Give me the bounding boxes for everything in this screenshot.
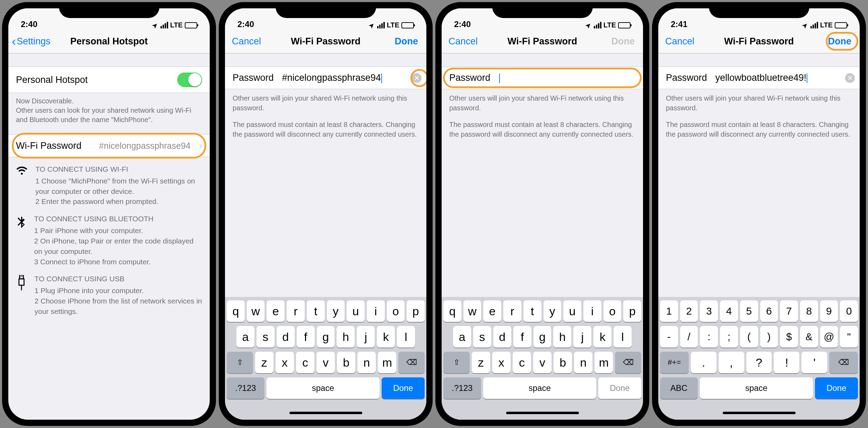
key-l[interactable]: l: [397, 326, 415, 348]
keyboard-done-key[interactable]: Done: [815, 377, 858, 399]
key-d[interactable]: d: [277, 326, 295, 348]
home-indicator[interactable]: [658, 406, 860, 420]
password-input[interactable]: yellowboatbluetree49!: [715, 72, 837, 83]
mode-key-numeric[interactable]: .?123: [227, 377, 264, 399]
key-h[interactable]: h: [337, 326, 355, 348]
key-9[interactable]: 9: [820, 300, 838, 322]
mode-key-symbols[interactable]: #+=: [660, 352, 689, 373]
key-j[interactable]: j: [357, 326, 375, 348]
hotspot-toggle-row[interactable]: Personal Hotspot: [8, 67, 210, 93]
key-v[interactable]: v: [316, 352, 335, 373]
backspace-key[interactable]: ⌫: [398, 352, 425, 373]
key-f[interactable]: f: [297, 326, 315, 348]
key-d[interactable]: d: [493, 326, 511, 348]
key-$[interactable]: $: [780, 326, 798, 348]
done-button[interactable]: Done: [390, 36, 423, 47]
key-"[interactable]: ": [840, 326, 858, 348]
cancel-button[interactable]: Cancel: [228, 36, 264, 47]
key-q[interactable]: q: [227, 300, 245, 322]
space-key[interactable]: space: [483, 377, 596, 399]
key-1[interactable]: 1: [660, 300, 678, 322]
key-,[interactable]: ,: [719, 352, 744, 373]
keyboard-done-key[interactable]: Done: [382, 377, 425, 399]
home-indicator[interactable]: [442, 406, 643, 420]
key-m[interactable]: m: [594, 352, 613, 373]
key-a[interactable]: a: [236, 326, 254, 348]
password-input[interactable]: #nicelongpassphrase94: [282, 72, 403, 83]
key-y[interactable]: y: [544, 300, 562, 322]
key-e[interactable]: e: [267, 300, 285, 322]
key-c[interactable]: c: [296, 352, 314, 373]
key-v[interactable]: v: [533, 352, 552, 373]
key-u[interactable]: u: [563, 300, 581, 322]
key-p[interactable]: p: [407, 300, 425, 322]
key-i[interactable]: i: [583, 300, 601, 322]
key-a[interactable]: a: [453, 326, 471, 348]
key-i[interactable]: i: [367, 300, 385, 322]
key-b[interactable]: b: [554, 352, 572, 373]
mode-key-abc[interactable]: ABC: [660, 377, 698, 399]
key-g[interactable]: g: [317, 326, 335, 348]
key-([interactable]: (: [740, 326, 758, 348]
key-![interactable]: !: [774, 352, 799, 373]
key-w[interactable]: w: [463, 300, 481, 322]
key-w[interactable]: w: [247, 300, 265, 322]
key-l[interactable]: l: [614, 326, 632, 348]
clear-text-button[interactable]: ✕: [412, 73, 422, 83]
key-'[interactable]: ': [801, 352, 827, 373]
mode-key-numeric[interactable]: .?123: [443, 377, 481, 399]
key-7[interactable]: 7: [780, 300, 798, 322]
key-g[interactable]: g: [533, 326, 552, 348]
key-o[interactable]: o: [387, 300, 405, 322]
clear-text-button[interactable]: ✕: [845, 73, 855, 83]
key-s[interactable]: s: [257, 326, 275, 348]
key-0[interactable]: 0: [840, 300, 858, 322]
key-z[interactable]: z: [472, 352, 490, 373]
key-n[interactable]: n: [357, 352, 376, 373]
key-r[interactable]: r: [287, 300, 305, 322]
key-k[interactable]: k: [593, 326, 611, 348]
key-c[interactable]: c: [513, 352, 531, 373]
key-@[interactable]: @: [820, 326, 838, 348]
key-5[interactable]: 5: [740, 300, 758, 322]
key-b[interactable]: b: [337, 352, 355, 373]
key-y[interactable]: y: [327, 300, 345, 322]
password-input-row[interactable]: Password #nicelongpassphrase94 ✕: [225, 67, 426, 89]
done-button[interactable]: Done: [823, 36, 857, 47]
key-8[interactable]: 8: [800, 300, 818, 322]
key-)[interactable]: ): [760, 326, 778, 348]
key-o[interactable]: o: [604, 300, 622, 322]
key-k[interactable]: k: [377, 326, 395, 348]
home-indicator[interactable]: [225, 406, 426, 420]
key-x[interactable]: x: [276, 352, 294, 373]
key-f[interactable]: f: [513, 326, 531, 348]
key-6[interactable]: 6: [760, 300, 778, 322]
key-;[interactable]: ;: [720, 326, 738, 348]
key-h[interactable]: h: [553, 326, 571, 348]
key--[interactable]: -: [660, 326, 678, 348]
key-e[interactable]: e: [483, 300, 501, 322]
password-input-row[interactable]: Password: [442, 67, 643, 89]
key-&[interactable]: &: [800, 326, 818, 348]
space-key[interactable]: space: [700, 377, 813, 399]
key-/[interactable]: /: [680, 326, 698, 348]
key-.[interactable]: .: [691, 352, 717, 373]
key-3[interactable]: 3: [700, 300, 718, 322]
key-4[interactable]: 4: [720, 300, 738, 322]
key-?[interactable]: ?: [746, 352, 772, 373]
key-z[interactable]: z: [255, 352, 274, 373]
key-s[interactable]: s: [473, 326, 491, 348]
cancel-button[interactable]: Cancel: [662, 36, 698, 47]
key-m[interactable]: m: [378, 352, 396, 373]
key-p[interactable]: p: [623, 300, 641, 322]
key-q[interactable]: q: [443, 300, 461, 322]
backspace-key[interactable]: ⌫: [615, 352, 641, 373]
key-t[interactable]: t: [307, 300, 325, 322]
key-j[interactable]: j: [573, 326, 591, 348]
key-2[interactable]: 2: [680, 300, 698, 322]
shift-key[interactable]: ⇧: [227, 352, 253, 373]
key-n[interactable]: n: [574, 352, 592, 373]
backspace-key[interactable]: ⌫: [829, 352, 858, 373]
space-key[interactable]: space: [267, 377, 380, 399]
key-r[interactable]: r: [503, 300, 521, 322]
